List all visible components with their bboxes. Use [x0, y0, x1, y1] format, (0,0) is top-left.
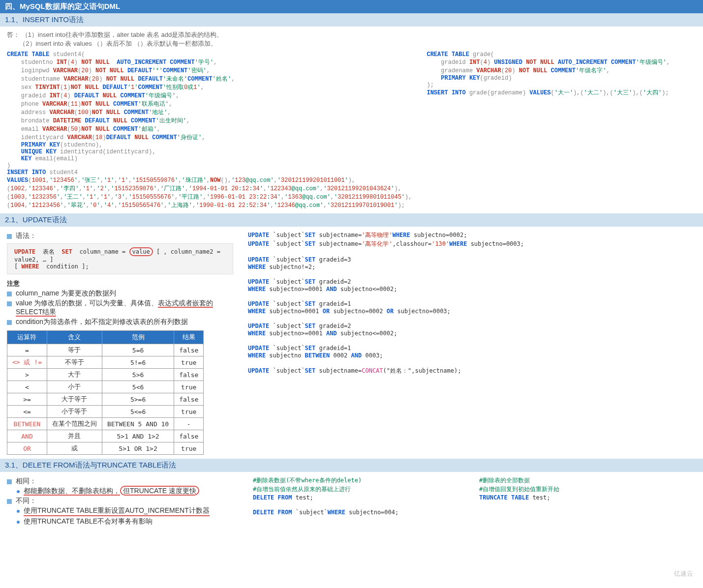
th-op: 运算符: [7, 331, 47, 344]
table-cell: <=: [7, 406, 47, 418]
table-cell: >: [7, 369, 47, 381]
table-cell: >=: [7, 393, 47, 406]
table-cell: 5=6: [102, 344, 174, 356]
table-cell: 5>1 OR 1>2: [102, 442, 174, 455]
qa-line2: （2）insert into 表 values （）表后不加 （）表示默认每一栏…: [19, 40, 217, 47]
th-ex: 范例: [102, 331, 174, 344]
table-cell: false: [174, 393, 204, 406]
table-cell: 小于: [47, 381, 102, 393]
bullet-icon: [7, 292, 12, 296]
table-cell: BETWEEN 5 AND 10: [102, 418, 174, 430]
table-cell: -: [174, 418, 204, 430]
section-1-1-header: 1.1、INSERT INTO语法: [0, 13, 703, 27]
table-cell: false: [174, 430, 204, 442]
table-cell: true: [174, 356, 204, 369]
same-label: 相同：: [16, 477, 36, 486]
table-cell: BETWEEN: [7, 418, 47, 430]
bullet-icon: [7, 320, 12, 325]
table-cell: true: [174, 381, 204, 393]
code-left: CREATE TABLE student4( studentno INT(4) …: [7, 51, 412, 209]
note-3: condition为筛选条件，如不指定则修改该表的所有列数据: [16, 318, 188, 326]
table-cell: false: [174, 344, 204, 356]
table-cell: 5<6: [102, 381, 174, 393]
delete-sql-b: #删除表的全部数据#自增值回复到初始值重新开始TRUNCATE TABLE te…: [479, 476, 696, 527]
main-title: 四、MySQL数据库的定义语句DML: [0, 0, 703, 13]
delete-sql-a: #删除表数据(不带where条件的delete)#自增当前值依然从原来的基础上进…: [253, 476, 459, 527]
table-cell: true: [174, 406, 204, 418]
section-2-1-body: 语法： UPDATE 表名 SET column_name = value [ …: [0, 227, 703, 459]
table-cell: 5>1 AND 1>2: [102, 430, 174, 442]
table-cell: 并且: [47, 430, 102, 442]
syntax-box: UPDATE 表名 SET column_name = value [ , co…: [7, 243, 233, 274]
table-cell: <: [7, 381, 47, 393]
table-cell: false: [174, 369, 204, 381]
note-1: column_name 为要更改的数据列: [16, 289, 116, 298]
table-cell: 5!=6: [102, 356, 174, 369]
section-2-1-header: 2.1、UPDATE语法: [0, 213, 703, 227]
table-cell: AND: [7, 430, 47, 442]
th-res: 结果: [174, 331, 204, 344]
table-cell: 5<=6: [102, 406, 174, 418]
update-sql-panel: UPDATE `subject`SET subjectname='高等物理'WH…: [248, 231, 696, 455]
operator-table: 运算符 含义 范例 结果 =等于5=6false<> 或 !=不等于5!=6tr…: [7, 330, 204, 455]
table-cell: 不等于: [47, 356, 102, 369]
dot-icon: [17, 490, 20, 493]
same-1: 都能删除数据、不删除表结构，但TRUNCATE 速度更快: [24, 487, 199, 496]
bullet-icon: [7, 301, 12, 306]
table-cell: =: [7, 344, 47, 356]
section-1-1-body: 答： （1）insert into往表中添加数据，alter table 表名 …: [0, 27, 703, 213]
bullet-icon: [7, 499, 12, 504]
diff-1: 使用TRUNCATE TABLE重新设置AUTO_INCREMENT计数器: [24, 506, 210, 516]
table-cell: 等于: [47, 344, 102, 356]
table-cell: 小于等于: [47, 406, 102, 418]
diff-2: 使用TRUNCATE TABLE不会对事务有影响: [24, 517, 153, 526]
section-3-1-header: 3.1、DELETE FROM语法与TRUNCATE TABLE语法: [0, 459, 703, 472]
code-right: CREATE TABLE grade( gradeid INT(4) UNSIG…: [427, 51, 696, 209]
note-2: value 为修改后的数据，可以为变量、具体值、表达式或者嵌套的SELECT结果: [16, 299, 233, 317]
bullet-icon: [7, 479, 12, 484]
table-cell: 大于等于: [47, 393, 102, 406]
table-cell: 大于: [47, 369, 102, 381]
dot-icon: [17, 510, 20, 513]
syntax-label: 语法：: [16, 232, 36, 240]
table-cell: OR: [7, 442, 47, 455]
table-cell: 5>6: [102, 369, 174, 381]
table-cell: 在某个范围之间: [47, 418, 102, 430]
table-cell: <> 或 !=: [7, 356, 47, 369]
qa-line1: （1）insert into往表中添加数据，alter table 表名 add…: [22, 31, 223, 38]
th-mean: 含义: [47, 331, 102, 344]
note-label: 注意: [7, 279, 233, 288]
section-3-1-body: 相同： 都能删除数据、不删除表结构，但TRUNCATE 速度更快 不同： 使用T…: [0, 472, 703, 531]
table-cell: true: [174, 442, 204, 455]
dot-icon: [17, 521, 20, 524]
qa-label: 答：: [7, 31, 20, 38]
bullet-icon: [7, 234, 12, 239]
table-cell: 5>=6: [102, 393, 174, 406]
table-cell: 或: [47, 442, 102, 455]
diff-label: 不同：: [16, 497, 36, 505]
